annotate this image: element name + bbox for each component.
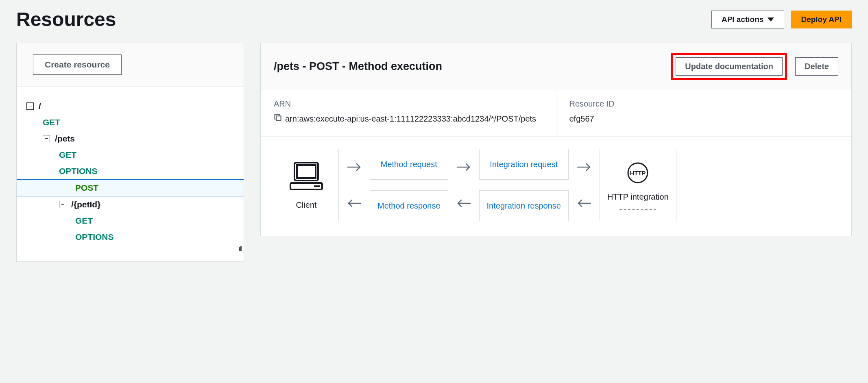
integration-request-link: Integration request	[490, 158, 558, 170]
tree-node-petid-get[interactable]: GET	[26, 213, 234, 229]
flow-integration-response-box[interactable]: Integration response	[479, 190, 569, 221]
page-title: Resources	[16, 8, 116, 30]
delete-button[interactable]: Delete	[795, 57, 838, 76]
page-header: Resources API actions Deploy API	[16, 8, 852, 30]
tree-node-petid-options[interactable]: OPTIONS	[26, 229, 234, 245]
client-icon	[288, 160, 325, 195]
method-response-link: Method response	[377, 200, 441, 212]
arrow-right-icon	[346, 162, 362, 172]
panel-header: /pets - POST - Method execution Update d…	[261, 43, 851, 90]
http-icon: HTTP	[626, 161, 650, 187]
client-label: Client	[296, 200, 316, 210]
tree-label: GET	[43, 118, 60, 127]
panel-actions: Update documentation Delete	[671, 53, 838, 80]
collapse-icon[interactable]: −	[59, 201, 66, 208]
collapse-icon[interactable]: −	[43, 135, 50, 142]
resource-id-value: efg567	[569, 113, 839, 125]
tree-node-petid[interactable]: − /{petId}	[26, 196, 234, 213]
collapse-icon[interactable]: −	[26, 102, 34, 110]
flow-http-box: HTTP HTTP integration	[600, 149, 676, 221]
tree-node-root-get[interactable]: GET	[26, 114, 234, 131]
arn-label: ARN	[274, 99, 543, 109]
tree-node-pets-post[interactable]: POST	[17, 179, 244, 196]
flow-arrows-1	[346, 149, 362, 221]
panel-title: /pets - POST - Method execution	[274, 60, 442, 73]
method-execution-flow: Client Method request Method response	[261, 137, 851, 236]
flow-method-col: Method request Method response	[370, 149, 448, 221]
arrow-left-icon	[346, 198, 362, 208]
arn-cell: ARN arn:aws:execute-api:us-east-1:111122…	[261, 90, 556, 136]
tree-node-pets-get[interactable]: GET	[26, 147, 234, 163]
tree-label: OPTIONS	[59, 166, 98, 176]
caret-down-icon	[768, 17, 774, 22]
tree-label: /pets	[55, 134, 75, 144]
tree-label: /{petId}	[71, 200, 100, 209]
tree-node-pets-options[interactable]: OPTIONS	[26, 163, 234, 179]
flow-method-request-box[interactable]: Method request	[370, 149, 448, 180]
tree-node-root[interactable]: − /	[26, 98, 234, 114]
arrow-left-icon	[576, 198, 592, 208]
resource-id-label: Resource ID	[569, 99, 839, 109]
arn-value-row: arn:aws:execute-api:us-east-1:1111222233…	[274, 113, 543, 125]
flow-method-response-box[interactable]: Method response	[370, 190, 448, 221]
tree-node-pets[interactable]: − /pets	[26, 131, 234, 147]
resources-sidebar: Create resource − / GET − /pets GET OPTI…	[16, 43, 244, 262]
create-resource-button[interactable]: Create resource	[33, 54, 122, 75]
tree-label: GET	[59, 150, 76, 160]
flow-integration-col: Integration request Integration response	[479, 149, 569, 221]
tree-label: /	[39, 101, 41, 111]
arrow-right-icon	[576, 162, 592, 172]
header-actions: API actions Deploy API	[711, 11, 852, 28]
sidebar-header: Create resource	[17, 43, 244, 87]
arrow-right-icon	[456, 162, 472, 172]
arn-value: arn:aws:execute-api:us-east-1:1111222233…	[285, 113, 536, 125]
dashed-divider	[619, 209, 656, 210]
resize-handle-icon[interactable]: ıI	[239, 245, 241, 253]
flow-integration-request-box[interactable]: Integration request	[479, 149, 569, 180]
deploy-api-button[interactable]: Deploy API	[791, 11, 852, 28]
arrow-left-icon	[456, 198, 472, 208]
highlight-annotation: Update documentation	[671, 53, 787, 80]
method-execution-panel: /pets - POST - Method execution Update d…	[260, 43, 852, 236]
main-layout: Create resource − / GET − /pets GET OPTI…	[16, 43, 852, 262]
svg-text:HTTP: HTTP	[630, 170, 646, 176]
resource-tree: − / GET − /pets GET OPTIONS POST − /{p	[17, 87, 244, 261]
http-integration-label: HTTP integration	[607, 191, 669, 202]
info-row: ARN arn:aws:execute-api:us-east-1:111122…	[261, 90, 851, 137]
update-documentation-button[interactable]: Update documentation	[676, 57, 783, 76]
copy-icon[interactable]	[274, 113, 282, 122]
tree-label: OPTIONS	[75, 232, 114, 242]
api-actions-label: API actions	[722, 15, 763, 24]
tree-label: GET	[75, 216, 93, 226]
integration-response-link: Integration response	[487, 200, 561, 212]
svg-rect-0	[276, 116, 281, 120]
svg-rect-4	[314, 185, 320, 187]
resource-id-cell: Resource ID efg567	[556, 90, 852, 136]
svg-rect-2	[297, 165, 316, 178]
tree-label: POST	[75, 183, 98, 193]
flow-arrows-3	[576, 149, 592, 221]
api-actions-button[interactable]: API actions	[711, 11, 784, 28]
flow-client-box: Client	[274, 149, 339, 221]
flow-arrows-2	[456, 149, 472, 221]
method-request-link: Method request	[381, 158, 437, 170]
